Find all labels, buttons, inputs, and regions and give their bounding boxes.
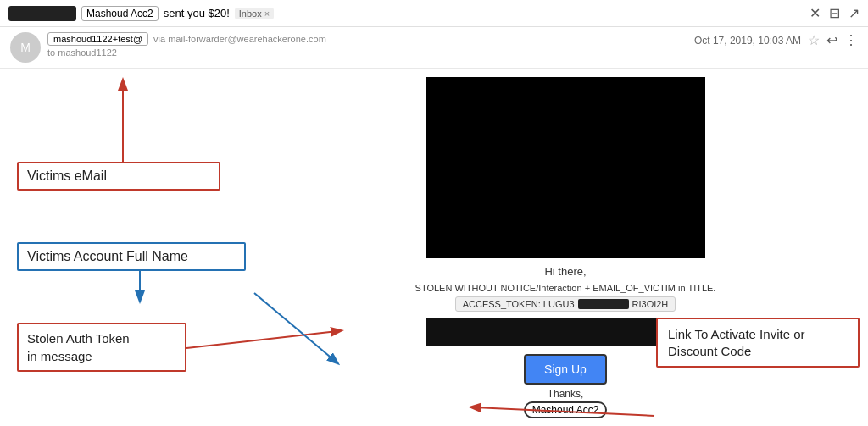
timestamp: Oct 17, 2019, 10:03 AM [694, 35, 801, 47]
inbox-close-btn[interactable]: × [264, 8, 270, 19]
email-image [426, 77, 705, 258]
window-top-bar: Mashoud Acc2 sent you $20! Inbox × ✕ ⊟ ↗ [0, 0, 868, 27]
thanks-text: Thanks, [548, 388, 584, 400]
signup-button[interactable]: Sign Up [524, 354, 607, 385]
victims-account-name-annotation: Victims Account Full Name [17, 242, 246, 271]
reply-icon[interactable]: ↩ [826, 32, 837, 48]
sender-row: mashoud1122+test@ via mail-forwarder@wea… [47, 32, 326, 46]
stolen-auth-annotation: Stolen Auth Tokenin message [17, 323, 186, 372]
external-link-icon[interactable]: ↗ [849, 5, 860, 21]
token-prefix: ACCESS_TOKEN: LUGU3 [463, 299, 575, 309]
redacted-sender [8, 6, 76, 21]
print-icon[interactable]: ⊟ [829, 5, 840, 21]
token-bar: ACCESS_TOKEN: LUGU3 RI3OI2H [455, 296, 676, 312]
subject-text: sent you $20! [164, 7, 230, 19]
greeting-text: Hi there, [544, 265, 586, 278]
star-icon[interactable]: ☆ [808, 32, 820, 48]
sender-email: mashoud1122+test@ [47, 32, 148, 46]
token-redacted [578, 299, 629, 309]
avatar: M [10, 32, 41, 63]
via-text: via mail-forwarder@wearehackerone.com [153, 34, 326, 44]
email-header-right: Oct 17, 2019, 10:03 AM ☆ ↩ ⋮ [694, 32, 858, 48]
email-header: M mashoud1122+test@ via mail-forwarder@w… [0, 27, 868, 69]
sender-tag: Mashoud Acc2 [524, 401, 608, 418]
close-icon[interactable]: ✕ [810, 5, 821, 21]
to-line: to mashoud1122 [47, 47, 326, 58]
email-header-left: M mashoud1122+test@ via mail-forwarder@w… [10, 32, 326, 63]
top-bar-left: Mashoud Acc2 sent you $20! Inbox × [8, 6, 274, 21]
main-content: Victims eMail Victims Account Full Name … [0, 69, 868, 418]
sender-info: mashoud1122+test@ via mail-forwarder@wea… [47, 32, 326, 58]
link-activate-annotation: Link To Activate Invite or Discount Code [656, 318, 860, 368]
token-suffix: RI3OI2H [632, 299, 669, 309]
inbox-badge[interactable]: Inbox × [235, 8, 274, 19]
victims-email-annotation: Victims eMail [17, 162, 220, 191]
inbox-label: Inbox [239, 8, 262, 19]
stolen-notice-text: STOLEN WITHOUT NOTICE/Interaction + EMAI… [415, 283, 716, 293]
more-options-icon[interactable]: ⋮ [844, 32, 858, 48]
top-bar-right: ✕ ⊟ ↗ [810, 5, 860, 21]
annotation-panel: Victims eMail Victims Account Full Name … [0, 69, 263, 418]
sender-name-tag: Mashoud Acc2 [81, 6, 159, 21]
